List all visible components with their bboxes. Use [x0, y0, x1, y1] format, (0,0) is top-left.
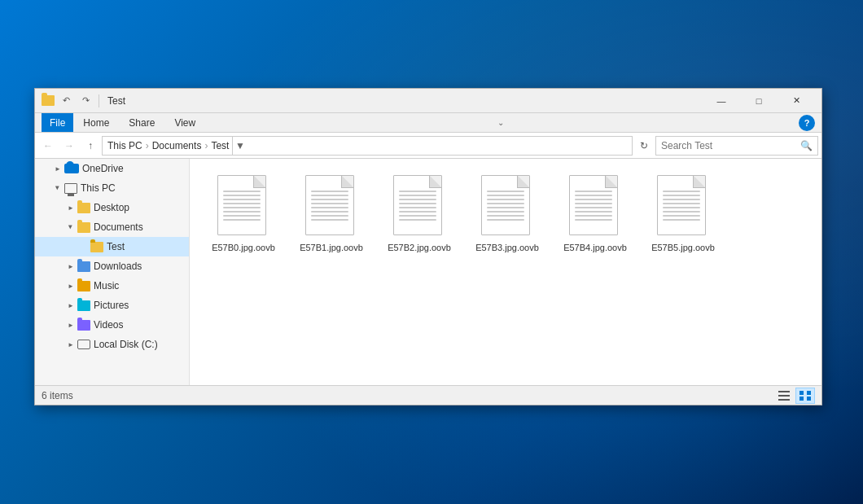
- menu-view[interactable]: View: [164, 113, 205, 132]
- file-line: [311, 195, 348, 196]
- sidebar-item-thispc[interactable]: ► This PC: [35, 178, 189, 198]
- expand-arrow-desktop[interactable]: ►: [64, 201, 77, 214]
- titlebar-icons: ↶ ↷: [42, 93, 101, 109]
- file-line: [575, 195, 612, 196]
- sidebar-item-videos[interactable]: ► Videos: [35, 315, 189, 335]
- file-line: [399, 195, 436, 196]
- file-line: [663, 199, 700, 200]
- file-line: [399, 215, 436, 217]
- nav-forward-button[interactable]: →: [59, 136, 79, 156]
- breadcrumb-thispc[interactable]: This PC: [107, 140, 142, 151]
- search-input[interactable]: [661, 140, 797, 151]
- file-label: E57B1.jpg.oovb: [300, 242, 363, 253]
- file-lines: [399, 191, 436, 221]
- menu-chevron-icon[interactable]: ⌄: [497, 118, 507, 127]
- file-line: [311, 219, 348, 221]
- file-line: [311, 191, 348, 192]
- file-line: [575, 211, 612, 213]
- minimize-button[interactable]: —: [703, 89, 740, 113]
- qa-forward-btn[interactable]: ↷: [77, 93, 94, 109]
- sidebar-label-pictures: Pictures: [94, 300, 129, 311]
- menu-share[interactable]: Share: [119, 113, 164, 132]
- file-item-1[interactable]: E57B1.jpg.oovb: [291, 172, 372, 256]
- view-buttons: [774, 388, 815, 404]
- file-label: E57B5.jpg.oovb: [651, 242, 715, 253]
- maximize-button[interactable]: □: [740, 89, 778, 113]
- file-line: [223, 219, 261, 221]
- close-button[interactable]: ✕: [778, 89, 815, 113]
- file-line: [575, 203, 612, 204]
- sidebar-label-onedrive: OneDrive: [82, 163, 124, 174]
- expand-arrow-localdisk[interactable]: ►: [64, 338, 77, 351]
- file-icon: [393, 175, 445, 239]
- file-icon-paper: [305, 175, 354, 235]
- file-line: [487, 195, 524, 196]
- file-line: [223, 211, 261, 213]
- file-item-4[interactable]: E57B4.jpg.oovb: [554, 172, 636, 256]
- sidebar-item-downloads[interactable]: ► Downloads: [35, 256, 189, 276]
- sidebar-item-test[interactable]: Test: [35, 237, 189, 256]
- downloads-folder-icon: [77, 261, 90, 272]
- file-line: [399, 211, 436, 213]
- status-item-count: 6 items: [42, 390, 774, 401]
- expand-arrow-pictures[interactable]: ►: [64, 299, 77, 312]
- window-controls: — □ ✕: [703, 89, 815, 113]
- sidebar-label-desktop: Desktop: [94, 202, 129, 213]
- sidebar-item-documents[interactable]: ► Documents: [35, 217, 189, 237]
- breadcrumb-documents[interactable]: Documents: [152, 140, 202, 151]
- videos-folder-icon: [77, 320, 90, 331]
- menu-help-button[interactable]: ?: [799, 115, 815, 131]
- nav-up-button[interactable]: ↑: [81, 136, 100, 156]
- sidebar-item-pictures[interactable]: ► Pictures: [35, 296, 189, 315]
- file-line: [223, 191, 261, 192]
- menubar: File Home Share View ⌄ ?: [35, 113, 821, 133]
- sidebar-label-localdisk: Local Disk (C:): [94, 339, 158, 350]
- file-line: [575, 215, 612, 217]
- file-item-2[interactable]: E57B2.jpg.oovb: [379, 172, 460, 256]
- search-icon[interactable]: 🔍: [800, 140, 813, 151]
- file-area: E57B0.jpg.oovb E57B1.jpg.oovb E57B2.jpg.…: [190, 159, 821, 385]
- file-lines: [223, 191, 261, 221]
- sidebar-label-downloads: Downloads: [94, 261, 142, 272]
- qa-back-btn[interactable]: ↶: [58, 93, 74, 109]
- file-line: [663, 207, 700, 208]
- expand-arrow-videos[interactable]: ►: [64, 318, 77, 331]
- large-icons-view-button[interactable]: [795, 388, 815, 404]
- sidebar-label-test: Test: [107, 241, 125, 252]
- sidebar: ► OneDrive ► This PC ► Desktop ► Documen…: [35, 159, 190, 385]
- menu-home[interactable]: Home: [73, 113, 119, 132]
- address-dropdown-btn[interactable]: ▼: [232, 136, 247, 156]
- nav-back-button[interactable]: ←: [38, 136, 58, 156]
- file-icon: [217, 175, 269, 239]
- file-label: E57B3.jpg.oovb: [475, 242, 539, 253]
- divider: [99, 94, 99, 107]
- search-box: 🔍: [655, 136, 818, 156]
- sidebar-item-music[interactable]: ► Music: [35, 276, 189, 296]
- sidebar-item-desktop[interactable]: ► Desktop: [35, 198, 189, 217]
- expand-arrow-documents[interactable]: ►: [64, 221, 77, 234]
- address-path[interactable]: This PC › Documents › Test ▼: [102, 136, 633, 156]
- file-item-5[interactable]: E57B5.jpg.oovb: [642, 172, 724, 256]
- file-label: E57B4.jpg.oovb: [563, 242, 627, 253]
- file-lines: [663, 191, 700, 221]
- file-line: [487, 215, 524, 217]
- expand-arrow-music[interactable]: ►: [64, 279, 77, 292]
- expand-arrow-onedrive[interactable]: ►: [51, 162, 64, 175]
- file-line: [663, 215, 700, 217]
- expand-arrow-test[interactable]: [77, 240, 90, 253]
- breadcrumb-test[interactable]: Test: [211, 140, 229, 151]
- file-line: [399, 199, 436, 200]
- file-item-0[interactable]: E57B0.jpg.oovb: [203, 172, 284, 256]
- file-line: [487, 203, 524, 204]
- file-explorer-window: ↶ ↷ Test — □ ✕ File Home Share View ⌄ ? …: [34, 88, 822, 405]
- sidebar-item-localdisk[interactable]: ► Local Disk (C:): [35, 335, 189, 354]
- file-line: [663, 191, 700, 192]
- sidebar-item-onedrive[interactable]: ► OneDrive: [35, 159, 189, 178]
- file-line: [663, 219, 700, 221]
- file-item-3[interactable]: E57B3.jpg.oovb: [467, 172, 548, 256]
- menu-file[interactable]: File: [42, 113, 73, 132]
- details-view-button[interactable]: [774, 388, 794, 404]
- expand-arrow-thispc[interactable]: ►: [51, 182, 64, 195]
- expand-arrow-downloads[interactable]: ►: [64, 260, 77, 273]
- refresh-button[interactable]: ↻: [634, 136, 654, 156]
